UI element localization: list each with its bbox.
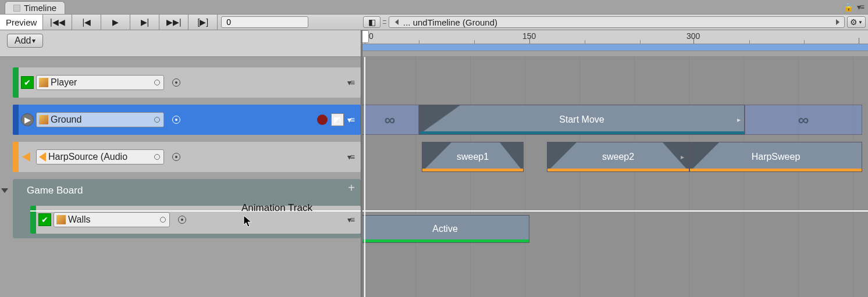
- track-menu-button[interactable]: [347, 152, 355, 162]
- track-list-pane: ✔ Player ▶ Ground ◩: [0, 57, 361, 297]
- tab-title: Timeline: [24, 3, 56, 13]
- asset-name: ... undTimeline (Ground): [403, 17, 497, 27]
- object-picker-icon[interactable]: [154, 117, 160, 123]
- binding-field[interactable]: HarpSource (Audio: [36, 149, 164, 164]
- audio-icon: [39, 152, 46, 162]
- chevron-left-icon: [395, 19, 399, 25]
- clip-harpsweep[interactable]: HarpSweep: [689, 142, 862, 172]
- play-button[interactable]: ▶: [101, 15, 130, 30]
- track-enable-toggle[interactable]: ✔: [21, 76, 34, 89]
- avatar-mask-icon[interactable]: [178, 216, 186, 224]
- prev-frame-button[interactable]: |◀: [72, 15, 101, 30]
- mix-mode-button[interactable]: ◧: [363, 16, 380, 28]
- chevron-right-icon: [836, 19, 839, 25]
- dropdown-caret-icon: ▾: [32, 37, 35, 45]
- clip-sweep2[interactable]: sweep2 ▸: [547, 142, 689, 172]
- clip-post-extrapolate[interactable]: ∞: [745, 105, 862, 135]
- time-ruler[interactable]: 0 150 300: [361, 30, 868, 56]
- drop-indicator: [30, 210, 361, 212]
- marker-icon: ▸: [681, 153, 684, 161]
- add-track-button[interactable]: Add▾: [7, 34, 43, 48]
- tab-bar: Timeline 🔒: [0, 0, 868, 14]
- avatar-mask-icon[interactable]: [172, 153, 180, 161]
- go-end-button[interactable]: ▶▶|: [159, 15, 188, 30]
- track-menu-button[interactable]: [347, 215, 355, 224]
- track-color-pill: [13, 67, 19, 98]
- binding-field[interactable]: Walls: [54, 212, 170, 227]
- playhead-line: [364, 57, 365, 297]
- gameobject-icon: [39, 115, 48, 124]
- gameobject-icon: [39, 78, 48, 87]
- expand-caret-icon[interactable]: [1, 188, 8, 193]
- preview-button[interactable]: Preview: [0, 15, 43, 30]
- lock-icon[interactable]: 🔒: [844, 2, 853, 12]
- clip-area[interactable]: ∞ Start Move ▸ ∞ sweep1 sweep2: [361, 57, 868, 297]
- timeline-tab[interactable]: Timeline: [5, 1, 65, 14]
- track-group-gameboard[interactable]: Game Board +: [13, 179, 361, 202]
- next-frame-button[interactable]: ▶|: [130, 15, 159, 30]
- infinity-icon: ∞: [798, 111, 809, 129]
- go-start-button[interactable]: |◀◀: [43, 15, 72, 30]
- window-corner-controls: 🔒: [844, 2, 865, 12]
- ruler-label: 0: [369, 31, 373, 41]
- clip-sweep1[interactable]: sweep1: [422, 142, 524, 172]
- timeline-icon: [13, 5, 20, 12]
- binding-field[interactable]: Player: [36, 75, 164, 90]
- object-picker-icon[interactable]: [160, 217, 166, 223]
- clip-start-move[interactable]: Start Move ▸: [419, 105, 745, 135]
- avatar-mask-icon[interactable]: [172, 78, 180, 87]
- audio-icon: [22, 152, 30, 162]
- clip-active[interactable]: Active: [361, 215, 529, 243]
- gear-icon: ⚙: [850, 17, 858, 27]
- curves-button[interactable]: ◩: [331, 113, 344, 126]
- track-menu-button[interactable]: [347, 115, 355, 124]
- track-enable-toggle[interactable]: ▶: [21, 113, 34, 126]
- track-menu-button[interactable]: [347, 78, 355, 87]
- frame-input[interactable]: [221, 16, 308, 28]
- dropdown-caret-icon: ▼: [858, 20, 863, 25]
- panel-splitter[interactable]: [361, 30, 362, 297]
- track-color-pill: [13, 142, 19, 172]
- track-color-pill: [13, 105, 19, 135]
- drop-indicator: [361, 210, 868, 212]
- marker-icon: ▸: [737, 116, 741, 124]
- timeline-toolbar: Preview |◀◀ |◀ ▶ ▶| ▶▶| [▶] ◧ ... undTim…: [0, 14, 868, 30]
- track-player[interactable]: ✔ Player: [13, 67, 361, 98]
- track-ground[interactable]: ▶ Ground ◩: [13, 105, 361, 135]
- add-child-track-button[interactable]: +: [348, 181, 355, 195]
- clip-pre-extrapolate[interactable]: ∞: [361, 105, 419, 135]
- binding-field[interactable]: Ground: [36, 112, 164, 127]
- gameobject-icon: [56, 215, 66, 224]
- context-menu-icon[interactable]: [857, 2, 865, 12]
- track-enable-toggle[interactable]: ✔: [38, 213, 51, 226]
- object-picker-icon[interactable]: [154, 80, 160, 85]
- timeline-asset-dropdown[interactable]: ... undTimeline (Ground): [389, 16, 845, 28]
- track-harpsource[interactable]: HarpSource (Audio: [13, 142, 361, 172]
- record-button[interactable]: [317, 114, 328, 125]
- infinity-icon: ∞: [385, 111, 396, 129]
- object-picker-icon[interactable]: [154, 154, 160, 160]
- avatar-mask-icon[interactable]: [172, 116, 180, 124]
- play-range-button[interactable]: [▶]: [188, 15, 218, 30]
- settings-button[interactable]: ⚙ ▼: [847, 16, 866, 28]
